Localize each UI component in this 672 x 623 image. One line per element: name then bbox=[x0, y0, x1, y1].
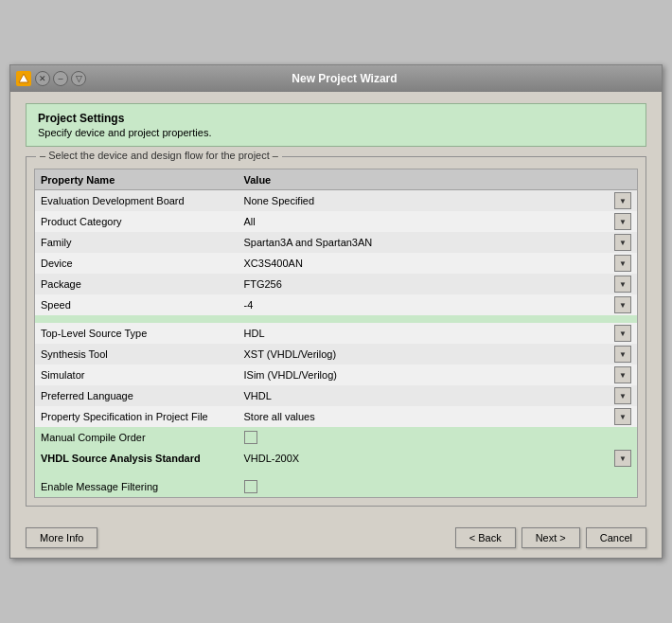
next-button[interactable]: Next > bbox=[522, 527, 580, 548]
dropdown-value: None Specified bbox=[244, 195, 611, 206]
device-section: – Select the device and design flow for … bbox=[26, 156, 646, 507]
dropdown-value: XST (VHDL/Verilog) bbox=[244, 348, 611, 360]
row-label: VHDL Source Analysis Standard bbox=[35, 448, 239, 469]
checkbox-message-filtering[interactable] bbox=[244, 480, 257, 493]
row-value-cell: HDL bbox=[239, 323, 638, 344]
main-window: ✕ – ▽ New Project Wizard Project Setting… bbox=[9, 64, 663, 559]
row-value-cell: FTG256 bbox=[239, 274, 638, 294]
dropdown-arrow-icon[interactable] bbox=[614, 325, 631, 342]
header-subtitle: Specify device and project properties. bbox=[38, 127, 634, 138]
dropdown-arrow-icon[interactable] bbox=[614, 255, 631, 272]
dropdown-product-category[interactable]: All bbox=[244, 213, 632, 230]
dropdown-value: VHDL bbox=[244, 390, 611, 401]
dropdown-device[interactable]: XC3S400AN bbox=[244, 255, 632, 272]
col-header-property: Property Name bbox=[35, 169, 239, 190]
dropdown-value: FTG256 bbox=[244, 278, 611, 290]
table-row: Manual Compile Order bbox=[35, 427, 638, 448]
dropdown-arrow-icon[interactable] bbox=[614, 296, 631, 313]
dropdown-synthesis[interactable]: XST (VHDL/Verilog) bbox=[244, 346, 632, 363]
dropdown-speed[interactable]: -4 bbox=[244, 296, 632, 313]
row-value-cell: XST (VHDL/Verilog) bbox=[239, 344, 638, 365]
row-label: Preferred Language bbox=[35, 385, 239, 406]
window-title: New Project Wizard bbox=[33, 72, 656, 85]
dropdown-value: Spartan3A and Spartan3AN bbox=[244, 237, 611, 248]
dropdown-vhdl-standard[interactable]: VHDL-200X bbox=[244, 450, 632, 467]
dropdown-value: ISim (VHDL/Verilog) bbox=[244, 369, 611, 381]
more-info-button[interactable]: More Info bbox=[26, 527, 97, 548]
table-row: Evaluation Development Board None Specif… bbox=[35, 190, 638, 212]
dropdown-arrow-icon[interactable] bbox=[614, 346, 631, 363]
dropdown-value: HDL bbox=[244, 328, 611, 339]
dropdown-top-level[interactable]: HDL bbox=[244, 325, 632, 342]
row-value-cell: All bbox=[239, 211, 638, 232]
footer: More Info < Back Next > Cancel bbox=[10, 518, 662, 558]
properties-table: Property Name Value Evaluation Developme… bbox=[34, 169, 638, 498]
back-button[interactable]: < Back bbox=[455, 527, 516, 548]
dropdown-arrow-icon[interactable] bbox=[614, 192, 631, 209]
dropdown-evaluation[interactable]: None Specified bbox=[244, 192, 632, 209]
dropdown-value: XC3S400AN bbox=[244, 258, 611, 269]
dropdown-value: -4 bbox=[244, 299, 611, 311]
project-settings-header: Project Settings Specify device and proj… bbox=[26, 103, 646, 147]
row-value-cell: XC3S400AN bbox=[239, 253, 638, 274]
row-label: Evaluation Development Board bbox=[35, 190, 239, 212]
dropdown-arrow-icon[interactable] bbox=[614, 234, 631, 251]
row-value-cell bbox=[239, 427, 638, 448]
section-legend: – Select the device and design flow for … bbox=[36, 150, 282, 161]
dropdown-value: Store all values bbox=[244, 411, 611, 422]
table-row: VHDL Source Analysis Standard VHDL-200X bbox=[35, 448, 638, 469]
table-row: Device XC3S400AN bbox=[35, 253, 638, 274]
dropdown-arrow-icon[interactable] bbox=[614, 450, 631, 467]
col-header-value: Value bbox=[239, 169, 638, 190]
row-value-cell: None Specified bbox=[239, 190, 638, 212]
row-label: Device bbox=[35, 253, 239, 274]
checkbox-manual-compile[interactable] bbox=[244, 431, 257, 444]
svg-marker-0 bbox=[19, 74, 28, 82]
row-value-cell: -4 bbox=[239, 294, 638, 315]
dropdown-package[interactable]: FTG256 bbox=[244, 276, 632, 293]
content-area: Project Settings Specify device and proj… bbox=[10, 92, 662, 518]
table-row: Package FTG256 bbox=[35, 274, 638, 294]
row-label: Enable Message Filtering bbox=[35, 476, 239, 497]
row-label: Package bbox=[35, 274, 239, 294]
dropdown-language[interactable]: VHDL bbox=[244, 387, 632, 404]
dropdown-value: All bbox=[244, 216, 611, 227]
table-row: Speed -4 bbox=[35, 294, 638, 315]
header-title: Project Settings bbox=[38, 112, 634, 125]
table-row: Product Category All bbox=[35, 211, 638, 232]
table-row: Synthesis Tool XST (VHDL/Verilog) bbox=[35, 344, 638, 365]
row-label: Manual Compile Order bbox=[35, 427, 239, 448]
dropdown-arrow-icon[interactable] bbox=[614, 213, 631, 230]
dropdown-simulator[interactable]: ISim (VHDL/Verilog) bbox=[244, 366, 632, 383]
dropdown-property-spec[interactable]: Store all values bbox=[244, 408, 632, 425]
row-label: Synthesis Tool bbox=[35, 344, 239, 365]
row-value-cell: Store all values bbox=[239, 406, 638, 427]
dropdown-arrow-icon[interactable] bbox=[614, 387, 631, 404]
table-row: Property Specification in Project File S… bbox=[35, 406, 638, 427]
table-row: Family Spartan3A and Spartan3AN bbox=[35, 232, 638, 253]
cancel-button[interactable]: Cancel bbox=[586, 527, 646, 548]
row-value-cell: VHDL bbox=[239, 385, 638, 406]
table-row: Top-Level Source Type HDL bbox=[35, 323, 638, 344]
titlebar: ✕ – ▽ New Project Wizard bbox=[10, 65, 662, 92]
table-empty-row bbox=[35, 469, 638, 476]
dropdown-family[interactable]: Spartan3A and Spartan3AN bbox=[244, 234, 632, 251]
dropdown-arrow-icon[interactable] bbox=[614, 366, 631, 383]
table-row: Preferred Language VHDL bbox=[35, 385, 638, 406]
dropdown-value: VHDL-200X bbox=[244, 453, 611, 464]
dropdown-arrow-icon[interactable] bbox=[614, 408, 631, 425]
row-label: Product Category bbox=[35, 211, 239, 232]
row-value-cell: ISim (VHDL/Verilog) bbox=[239, 365, 638, 385]
table-header-row: Property Name Value bbox=[35, 169, 638, 190]
table-empty-row bbox=[35, 315, 638, 323]
row-label: Family bbox=[35, 232, 239, 253]
window-icon bbox=[16, 71, 31, 86]
row-value-cell: Spartan3A and Spartan3AN bbox=[239, 232, 638, 253]
table-row: Enable Message Filtering bbox=[35, 476, 638, 497]
row-label: Speed bbox=[35, 294, 239, 315]
dropdown-arrow-icon[interactable] bbox=[614, 276, 631, 293]
row-value-cell bbox=[239, 476, 638, 497]
row-label: Top-Level Source Type bbox=[35, 323, 239, 344]
table-row: Simulator ISim (VHDL/Verilog) bbox=[35, 365, 638, 385]
row-label: Property Specification in Project File bbox=[35, 406, 239, 427]
